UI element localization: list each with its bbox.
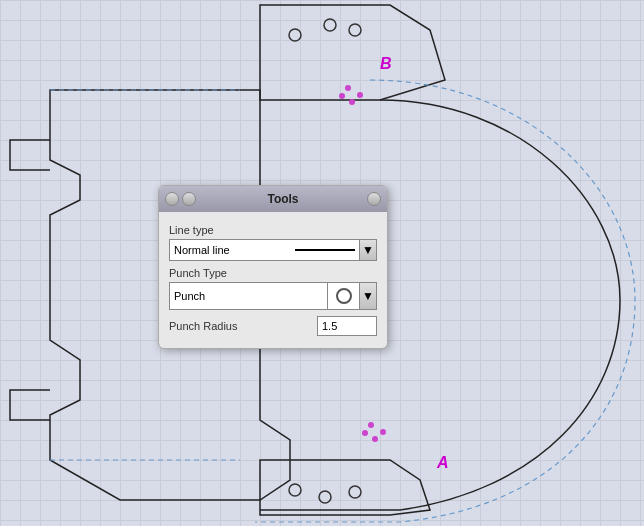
punch-type-value: Punch [169, 282, 327, 310]
line-preview [295, 249, 355, 251]
dialog-body: Line type Normal line ▼ Punch Type Punch… [159, 212, 387, 348]
svg-point-11 [289, 484, 301, 496]
tools-dialog: Tools Line type Normal line ▼ Punch Type… [158, 185, 388, 349]
svg-point-9 [372, 436, 378, 442]
punch-radius-row: Punch Radius [169, 316, 377, 336]
punch-circle-icon [336, 288, 352, 304]
svg-point-13 [349, 486, 361, 498]
titlebar-close-btn[interactable] [165, 192, 179, 206]
titlebar-minimize-btn[interactable] [182, 192, 196, 206]
line-type-row: Normal line ▼ [169, 239, 377, 261]
line-type-arrow[interactable]: ▼ [359, 239, 377, 261]
svg-point-8 [380, 429, 386, 435]
dialog-titlebar: Tools [159, 186, 387, 212]
punch-icon-btn [327, 282, 359, 310]
svg-point-5 [349, 99, 355, 105]
svg-point-10 [362, 430, 368, 436]
line-type-value: Normal line [174, 244, 230, 256]
dialog-title: Tools [199, 192, 367, 206]
svg-point-0 [289, 29, 301, 41]
label-a: A [437, 454, 449, 472]
label-b: B [380, 55, 392, 73]
titlebar-right-btn[interactable] [367, 192, 381, 206]
svg-point-3 [345, 85, 351, 91]
punch-type-label: Punch Type [169, 267, 377, 279]
punch-type-row: Punch ▼ [169, 282, 377, 310]
svg-point-6 [339, 93, 345, 99]
line-type-select[interactable]: Normal line [169, 239, 359, 261]
svg-point-4 [357, 92, 363, 98]
svg-point-2 [349, 24, 361, 36]
svg-point-12 [319, 491, 331, 503]
line-type-label: Line type [169, 224, 377, 236]
punch-type-arrow[interactable]: ▼ [359, 282, 377, 310]
punch-radius-input[interactable] [317, 316, 377, 336]
svg-point-7 [368, 422, 374, 428]
svg-point-1 [324, 19, 336, 31]
punch-radius-label: Punch Radius [169, 320, 317, 332]
